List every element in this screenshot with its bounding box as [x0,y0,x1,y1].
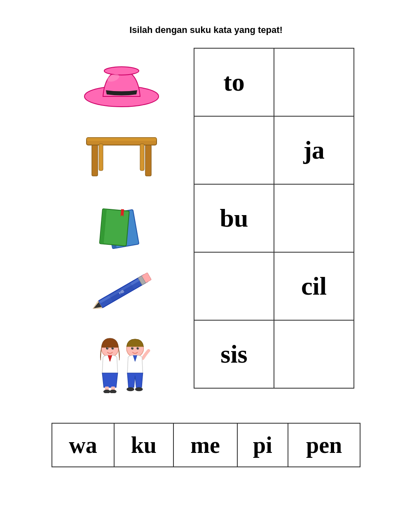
grid-row-5: sis [194,320,354,388]
svg-rect-4 [92,145,98,176]
svg-point-30 [110,389,117,393]
grid-cell-4-1[interactable] [194,252,274,320]
students-image [58,328,185,396]
svg-point-34 [132,347,133,348]
word-bank: wa ku me pi pen [52,423,360,467]
svg-point-37 [135,387,143,391]
title: Isilah dengan suku kata yang tepat! [129,25,283,35]
svg-point-36 [126,387,134,391]
svg-point-33 [137,347,139,349]
grid-cell-1-1[interactable]: to [194,48,274,116]
grid-row-1: to [194,48,354,116]
svg-rect-6 [99,144,103,171]
grid-row-4: cil [194,252,354,320]
images-column: HB [58,48,185,398]
word-bank-row: wa ku me pi pen [52,423,360,467]
svg-point-23 [106,347,109,349]
svg-point-32 [131,347,133,349]
grid-cell-5-1[interactable]: sis [194,320,274,388]
pencil-image: HB [58,258,185,326]
svg-rect-7 [140,144,144,171]
svg-point-25 [107,347,108,348]
grid-row-3: bu [194,184,354,252]
svg-rect-5 [145,145,151,176]
word-bank-pi[interactable]: pi [237,423,288,467]
grid-cell-3-2[interactable] [274,184,354,252]
grid-cell-1-2[interactable] [274,48,354,116]
word-bank-me[interactable]: me [173,423,237,467]
svg-rect-8 [87,138,157,141]
svg-point-26 [112,347,113,348]
svg-point-29 [103,389,110,393]
grid-cell-2-1[interactable] [194,116,274,184]
grid-cell-2-2[interactable]: ja [274,116,354,184]
grid-row-2: ja [194,116,354,184]
hat-image [58,48,185,116]
svg-point-24 [112,347,114,349]
syllable-grid: to ja bu cil sis [194,48,354,389]
grid-cell-3-1[interactable]: bu [194,184,274,252]
word-bank-wa[interactable]: wa [52,423,114,467]
svg-point-1 [104,67,139,75]
word-bank-pen[interactable]: pen [288,423,360,467]
books-image [58,188,185,256]
svg-point-35 [138,347,138,348]
table-image [58,118,185,186]
word-bank-ku[interactable]: ku [114,423,173,467]
grid-cell-5-2[interactable] [274,320,354,388]
grid-cell-4-2[interactable]: cil [274,252,354,320]
